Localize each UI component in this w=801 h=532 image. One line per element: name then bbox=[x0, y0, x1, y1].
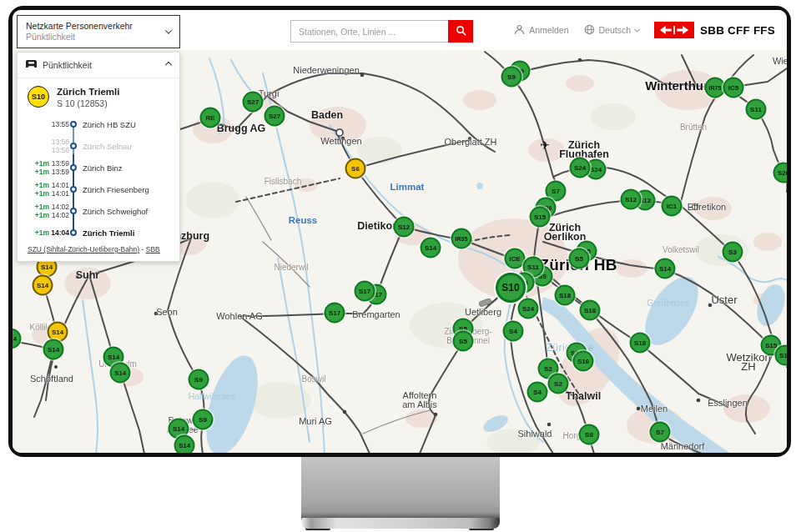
stop-time: 13:5913:59 bbox=[51, 159, 69, 176]
panel-header[interactable]: Pünktlichkeit bbox=[18, 53, 179, 78]
line-badge-ic5[interactable]: IC5 bbox=[723, 78, 744, 98]
stop-row-z-rich-friesenberg: +1m+1m14:0114:01Zürich Friesenberg bbox=[18, 178, 179, 200]
town-label-wohlen-ag: Wohlen AG bbox=[216, 312, 262, 321]
line-badge-s4[interactable]: S4 bbox=[503, 321, 524, 342]
line-badge-s5[interactable]: S5 bbox=[569, 248, 590, 269]
line-badge-s15[interactable]: S15 bbox=[530, 207, 551, 228]
stop-time: 14:0214:02 bbox=[51, 203, 69, 219]
line-badge-s3[interactable]: S3 bbox=[723, 242, 743, 263]
stop-delay: +1m+1m bbox=[19, 203, 49, 219]
stop-row-z-rich-hb-szu: 13:55Zürich HB SZU bbox=[18, 113, 179, 135]
line-badge-s6[interactable]: S6 bbox=[345, 158, 366, 179]
line-badge-s9[interactable]: S9 bbox=[501, 67, 522, 88]
line-badge-s27[interactable]: S27 bbox=[243, 92, 264, 113]
stop-name: Zürich Binz bbox=[83, 163, 123, 173]
town-label-uster: Uster bbox=[711, 295, 737, 304]
line-badge-s12[interactable]: S12 bbox=[621, 189, 642, 210]
line-badge-s9[interactable]: S9 bbox=[189, 369, 209, 390]
search-icon bbox=[456, 25, 466, 38]
town-label-fislisbach: Fislisbach bbox=[264, 177, 301, 186]
map-layer-select[interactable]: Netzkarte Personenverkehr Pünktlichkeit bbox=[17, 15, 180, 48]
footer-separator: - bbox=[139, 245, 146, 253]
line-badge-s14[interactable]: S14 bbox=[174, 435, 195, 454]
town-label-affoltern-am-albis: Affoltern am Albis bbox=[402, 391, 437, 409]
punctuality-panel: Pünktlichkeit S10 Zürich Triemli S 10 (1… bbox=[17, 52, 180, 262]
line-badge-s17[interactable]: S17 bbox=[355, 281, 375, 302]
search-button[interactable] bbox=[448, 20, 473, 43]
line-badge-s14[interactable]: S14 bbox=[43, 339, 64, 360]
stop-name: Zürich Schweighof bbox=[83, 207, 148, 216]
town-label-boswil: Boswil bbox=[302, 374, 326, 384]
stop-time: 13:55 bbox=[51, 120, 69, 128]
water-label-hallwilersee: Hallwilersee bbox=[189, 391, 236, 401]
chevron-up-icon[interactable] bbox=[165, 62, 172, 68]
stop-node bbox=[70, 143, 77, 149]
line-badge-s17[interactable]: S17 bbox=[325, 303, 345, 324]
chevron-down-icon bbox=[165, 27, 172, 33]
line-badge-s12[interactable]: S12 bbox=[394, 217, 415, 238]
line-badge-s24[interactable]: S24 bbox=[518, 299, 539, 319]
town-label-sch-ftland: Schöftland bbox=[30, 374, 73, 384]
stop-time: 14:0114:01 bbox=[51, 181, 69, 198]
monitor-stand-neck bbox=[301, 454, 500, 520]
search-input[interactable] bbox=[290, 20, 448, 43]
sbb-arrows-icon bbox=[654, 22, 694, 38]
line-badge-s10[interactable]: S10 bbox=[496, 273, 526, 303]
line-badge-s8[interactable]: S8 bbox=[579, 424, 600, 445]
town-label-volketswil: Volketswil bbox=[662, 245, 699, 254]
town-label-baden: Baden bbox=[311, 111, 343, 120]
water-label-reuss: Reuss bbox=[289, 215, 318, 225]
stop-row-z-rich-schweighof: +1m+1m14:0214:02Zürich Schweighof bbox=[18, 200, 179, 222]
line-badge-ir35[interactable]: IR35 bbox=[451, 228, 472, 249]
stop-time: 13:5613:56 bbox=[51, 138, 69, 154]
town-label-oberglatt-zh: Oberglatt ZH bbox=[445, 138, 497, 147]
language-label: Deutsch bbox=[599, 25, 632, 35]
line-badge-s4[interactable]: S4 bbox=[527, 382, 548, 403]
line-badge-re[interactable]: RE bbox=[200, 108, 221, 128]
line-badge-s16[interactable]: S16 bbox=[573, 351, 594, 372]
town-label-brugg-ag: Brugg AG bbox=[217, 124, 266, 133]
monitor-screen: LimmatReussZürichseeGreifenseeHallwilers… bbox=[13, 10, 787, 453]
airplane-icon: ✈ bbox=[540, 138, 550, 152]
language-selector[interactable]: Deutsch bbox=[584, 24, 640, 37]
line-badge-s9[interactable]: S9 bbox=[193, 409, 214, 430]
line-badge-s24[interactable]: S24 bbox=[570, 158, 591, 178]
line-badge-s5[interactable]: S5 bbox=[453, 331, 474, 352]
town-label-winterthur: Winterthur bbox=[645, 81, 708, 90]
line-badge-s18[interactable]: S18 bbox=[630, 333, 651, 354]
line-badge-ic1[interactable]: IC1 bbox=[662, 196, 683, 217]
stop-delay: +1m+1m bbox=[19, 159, 49, 176]
login-button[interactable]: Anmelden bbox=[514, 24, 568, 37]
line-badge-s14[interactable]: S14 bbox=[33, 275, 53, 296]
line-badge-s7[interactable]: S7 bbox=[650, 422, 671, 443]
monitor-bezel: LimmatReussZürichseeGreifenseeHallwilers… bbox=[8, 6, 791, 457]
train-icon bbox=[26, 58, 37, 73]
operator-link[interactable]: SZU (Sihltal-Zürich-Uetliberg-Bahn) bbox=[28, 245, 139, 253]
line-badge-s18[interactable]: S18 bbox=[555, 285, 576, 306]
company-link[interactable]: SBB bbox=[146, 245, 160, 253]
stop-row-z-rich-triemli: +1m14:04Zürich Triemli bbox=[18, 222, 179, 243]
line-badge-s14[interactable]: S14 bbox=[421, 238, 441, 258]
train-number: S 10 (12853) bbox=[57, 98, 119, 108]
line-badge-s14[interactable]: S14 bbox=[110, 363, 131, 384]
stop-time: 14:04 bbox=[51, 228, 69, 237]
chevron-down-icon bbox=[634, 26, 640, 32]
town-label-seon: Seon bbox=[156, 308, 178, 317]
town-label-wettingen: Wettingen bbox=[320, 137, 361, 146]
stop-name: Zürich HB SZU bbox=[83, 120, 136, 129]
stop-name: Zürich Triemli bbox=[83, 228, 134, 238]
line-badge-s11[interactable]: S11 bbox=[746, 99, 767, 120]
stop-delay: +1m+1m bbox=[19, 181, 49, 198]
sbb-logo[interactable]: SBB CFF FFS bbox=[654, 22, 775, 38]
user-icon bbox=[514, 24, 525, 37]
line-badge-s2[interactable]: S2 bbox=[548, 374, 569, 394]
stop-row-z-rich-binz: +1m+1m13:5913:59Zürich Binz bbox=[18, 157, 179, 178]
stop-node bbox=[70, 186, 77, 193]
line-badge-s27[interactable]: S27 bbox=[264, 106, 285, 127]
town-label-m-nnedorf: Männedorf bbox=[661, 442, 705, 451]
line-badge-s18[interactable]: S18 bbox=[580, 300, 601, 321]
line-badge-s14[interactable]: S14 bbox=[655, 258, 676, 279]
town-label-br-tten: Brütten bbox=[680, 123, 707, 132]
town-label-bremgarten: Bremgarten bbox=[352, 310, 400, 319]
town-label-wetzikon-zh: Wetzikon ZH bbox=[726, 353, 770, 371]
